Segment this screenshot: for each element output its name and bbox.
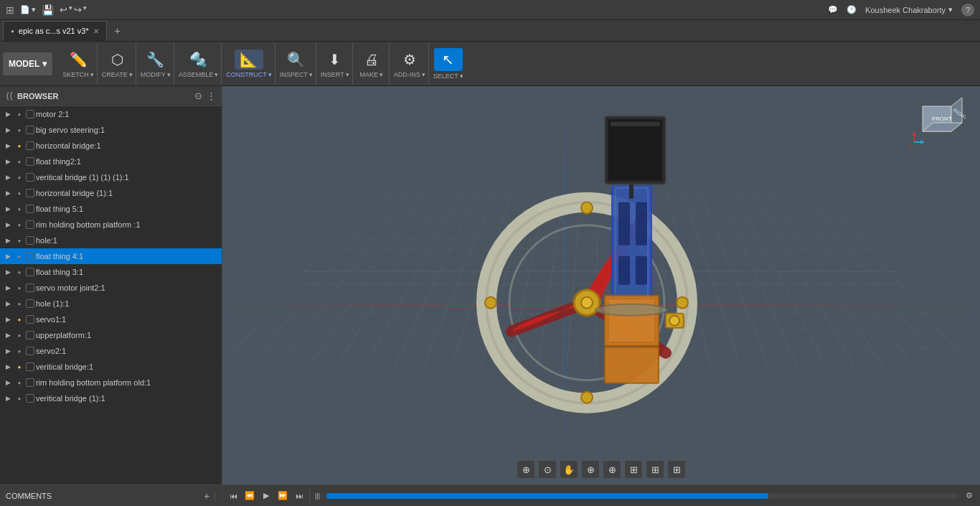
item-checkbox[interactable] xyxy=(26,394,34,403)
timeline-prev-btn[interactable]: ⏪ xyxy=(242,488,258,504)
item-checkbox[interactable] xyxy=(26,189,34,197)
vp-view-btn[interactable]: ⊞ xyxy=(646,460,664,479)
app-grid-icon[interactable]: ⊞ xyxy=(6,4,14,16)
undo-icon[interactable]: ↩ xyxy=(60,4,67,15)
construct-button[interactable]: 📐 xyxy=(235,50,263,70)
browser-item[interactable]: ▶ ● veritical bridge (1):1 xyxy=(0,390,222,406)
browser-item[interactable]: ▶ ● float thing2:1 xyxy=(0,154,222,169)
assemble-button[interactable]: 🔩 xyxy=(184,50,212,70)
browser-item[interactable]: ▶ ● float thing 4:1 xyxy=(0,248,222,264)
visibility-icon[interactable]: ● xyxy=(14,395,24,402)
browser-item[interactable]: ▶ ● servo1:1 xyxy=(0,311,222,327)
visibility-icon[interactable]: ● xyxy=(14,127,24,133)
item-checkbox[interactable] xyxy=(26,347,34,355)
item-checkbox[interactable] xyxy=(26,173,34,182)
vp-pan-btn[interactable]: ✋ xyxy=(560,460,578,479)
tab-add-button[interactable]: + xyxy=(110,23,126,39)
visibility-icon[interactable]: ● xyxy=(14,253,24,260)
help-icon[interactable]: ? xyxy=(961,4,974,17)
item-checkbox[interactable] xyxy=(26,331,34,339)
browser-menu-icon[interactable]: ⋮ xyxy=(207,90,216,101)
clock-icon[interactable]: 🕐 xyxy=(847,5,857,14)
visibility-icon[interactable]: ● xyxy=(14,174,24,181)
browser-item[interactable]: ▶ ● horizontal bridge (1):1 xyxy=(0,185,222,201)
browser-item[interactable]: ▶ ● float thing 3:1 xyxy=(0,264,222,280)
vp-orbit-btn[interactable]: ⊙ xyxy=(538,460,557,479)
file-menu[interactable]: 📄 ▾ xyxy=(20,5,36,14)
browser-search-icon[interactable]: ⊙ xyxy=(194,90,202,101)
browser-item[interactable]: ▶ ● big servo steering:1 xyxy=(0,122,222,138)
visibility-icon[interactable]: ● xyxy=(14,348,24,355)
user-info[interactable]: Kousheek Chakraborty ▾ xyxy=(865,5,953,14)
view-cube[interactable]: FRONT RIGHT Z xyxy=(908,92,966,149)
visibility-icon[interactable]: ● xyxy=(14,269,24,276)
visibility-icon[interactable]: ● xyxy=(14,380,24,386)
item-checkbox[interactable] xyxy=(26,252,34,261)
chat-icon[interactable]: 💬 xyxy=(828,5,838,14)
visibility-icon[interactable]: ● xyxy=(14,285,24,291)
undo-arrow[interactable]: ▾ xyxy=(69,4,72,15)
timeline-next-btn[interactable]: ⏩ xyxy=(275,488,291,504)
visibility-icon[interactable]: ● xyxy=(14,364,24,370)
browser-item[interactable]: ▶ ● motor 2:1 xyxy=(0,106,222,122)
browser-item[interactable]: ▶ ● servo2:1 xyxy=(0,343,222,359)
visibility-icon[interactable]: ● xyxy=(14,159,24,165)
browser-item[interactable]: ▶ ● rim holding bottom platform :1 xyxy=(0,217,222,233)
inspect-button[interactable]: 🔍 xyxy=(282,50,311,70)
vp-zoom-btn[interactable]: ⊕ xyxy=(581,460,600,479)
item-checkbox[interactable] xyxy=(26,126,34,134)
item-checkbox[interactable] xyxy=(26,236,34,245)
visibility-icon[interactable]: ● xyxy=(14,332,24,339)
item-checkbox[interactable] xyxy=(26,110,34,118)
comments-add-button[interactable]: + xyxy=(204,490,209,502)
browser-item[interactable]: ▶ ● veritical bridge (1) (1) (1):1 xyxy=(0,169,222,185)
item-checkbox[interactable] xyxy=(26,205,34,213)
vp-grid-btn[interactable]: ⊞ xyxy=(624,460,643,479)
item-checkbox[interactable] xyxy=(26,362,34,371)
visibility-icon[interactable]: ● xyxy=(14,206,24,212)
tab-close[interactable]: ✕ xyxy=(93,27,99,35)
modify-button[interactable]: 🔧 xyxy=(141,50,170,70)
vp-nav-btn-1[interactable]: ⊕ xyxy=(517,460,535,479)
browser-collapse-icon[interactable]: ⟨⟨ xyxy=(6,90,13,101)
item-checkbox[interactable] xyxy=(26,157,34,166)
create-button[interactable]: ⬡ xyxy=(103,50,131,70)
vp-display-btn[interactable]: ⊞ xyxy=(667,460,686,479)
make-button[interactable]: 🖨 xyxy=(357,50,386,70)
item-checkbox[interactable] xyxy=(26,268,34,276)
active-tab[interactable]: ● epic as c...s v21 v3* ✕ xyxy=(3,21,107,41)
visibility-icon[interactable]: ● xyxy=(14,317,24,323)
timeline-play-btn[interactable]: ▶ xyxy=(258,488,274,504)
save-icon[interactable]: 💾 xyxy=(42,4,54,16)
visibility-icon[interactable]: ● xyxy=(14,111,24,118)
sketch-button[interactable]: ✏️ xyxy=(64,50,93,70)
timeline-first-btn[interactable]: ⏮ xyxy=(225,488,241,504)
viewport[interactable]: FRONT RIGHT Z ⊕ ⊙ ✋ ⊕ ⊕ ⊞ ⊞ ⊞ xyxy=(222,86,980,484)
timeline-settings-btn[interactable]: ⚙ xyxy=(961,488,977,504)
browser-item[interactable]: ▶ ● hole:1 xyxy=(0,233,222,248)
addins-button[interactable]: ⚙ xyxy=(395,50,424,70)
select-button[interactable]: ↖ xyxy=(434,48,463,71)
model-dropdown[interactable]: MODEL ▾ xyxy=(3,52,52,75)
browser-item[interactable]: ▶ ● float thing 5:1 xyxy=(0,201,222,217)
visibility-icon[interactable]: ● xyxy=(14,190,24,197)
timeline-last-btn[interactable]: ⏭ xyxy=(291,488,307,504)
redo-icon[interactable]: ↪ xyxy=(74,4,82,15)
item-checkbox[interactable] xyxy=(26,141,34,150)
visibility-icon[interactable]: ● xyxy=(14,222,24,228)
insert-button[interactable]: ⬇ xyxy=(321,50,349,70)
vp-zoom2-btn[interactable]: ⊕ xyxy=(603,460,621,479)
redo-arrow[interactable]: ▾ xyxy=(83,4,87,15)
browser-item[interactable]: ▶ ● rim holding bottom platform old:1 xyxy=(0,375,222,390)
browser-item[interactable]: ▶ ● horizontal bridge:1 xyxy=(0,138,222,154)
visibility-icon[interactable]: ● xyxy=(14,301,24,307)
item-checkbox[interactable] xyxy=(26,284,34,292)
item-checkbox[interactable] xyxy=(26,299,34,308)
item-checkbox[interactable] xyxy=(26,315,34,324)
item-checkbox[interactable] xyxy=(26,378,34,387)
visibility-icon[interactable]: ● xyxy=(14,238,24,244)
browser-item[interactable]: ▶ ● servo motor joint2:1 xyxy=(0,280,222,296)
timeline-progress-bar[interactable] xyxy=(326,493,958,499)
item-checkbox[interactable] xyxy=(26,220,34,229)
browser-item[interactable]: ▶ ● hole (1):1 xyxy=(0,296,222,311)
